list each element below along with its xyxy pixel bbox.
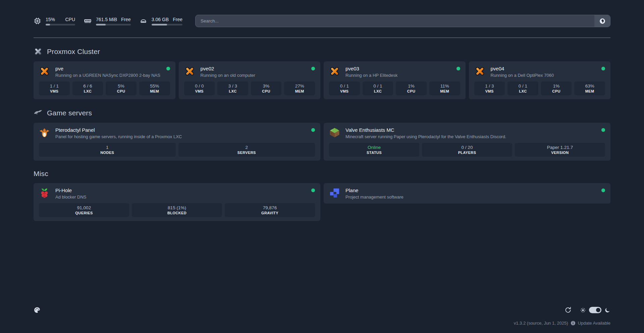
stat-box: 91,002 QUERIES bbox=[39, 203, 129, 217]
moon-icon bbox=[604, 307, 610, 313]
stat-label: CPU bbox=[117, 89, 125, 93]
search-engine-button[interactable] bbox=[594, 15, 610, 27]
stat-box: 1 / 3 VMS bbox=[474, 81, 505, 95]
stat-box: 0 / 1 LXC bbox=[363, 81, 393, 95]
service-card[interactable]: pve Running on a UGREEN NASync DXP2800 2… bbox=[34, 61, 175, 99]
service-card[interactable]: Pterodactyl Panel Panel for hosting game… bbox=[34, 123, 320, 161]
stat-box: 2 SERVERS bbox=[178, 143, 315, 157]
stat-value: 3% bbox=[263, 84, 270, 89]
stat-label: VMS bbox=[50, 89, 58, 93]
service-card[interactable]: pve03 Running on a HP Elitedesk 0 / 1 VM… bbox=[324, 61, 466, 99]
section-header: Proxmox Cluster bbox=[34, 47, 610, 56]
system-monitor: 761.5 MiB Free bbox=[84, 17, 131, 25]
stat-value: 55% bbox=[150, 84, 159, 89]
top-bar: 15% CPU 761.5 MiB Free 3.06 GB Free bbox=[34, 15, 610, 27]
refresh-button[interactable] bbox=[565, 307, 572, 314]
search-input[interactable] bbox=[196, 15, 594, 27]
dashboard-section: Game servers Pterodactyl Panel Panel for… bbox=[34, 108, 610, 161]
section-header: Game servers bbox=[34, 108, 610, 117]
stat-box: 6 / 6 LXC bbox=[72, 81, 103, 95]
search-bar bbox=[195, 15, 610, 27]
update-available-link[interactable]: Update Available bbox=[578, 321, 610, 326]
pterodactyl-icon bbox=[39, 127, 50, 138]
stat-label: MEM bbox=[150, 89, 159, 93]
card-description: Running on a UGREEN NASync DXP2800 2-bay… bbox=[55, 73, 160, 78]
theme-toggle[interactable] bbox=[589, 307, 601, 313]
stat-box: 3 / 3 LXC bbox=[217, 81, 248, 95]
proxmox-gray-icon bbox=[34, 47, 43, 56]
stat-value: 27% bbox=[295, 84, 304, 89]
stat-value: 1 bbox=[106, 145, 109, 150]
memory-icon bbox=[84, 17, 92, 25]
stat-label: CPU bbox=[552, 89, 560, 93]
version-text: v1.3.2 (source, Jun 1, 2025) bbox=[514, 321, 568, 326]
sun-icon bbox=[580, 307, 586, 313]
cpu-icon bbox=[34, 17, 41, 25]
section-title: Misc bbox=[34, 170, 48, 178]
stat-value: 0 / 1 bbox=[519, 84, 527, 89]
service-card[interactable]: Plane Project management software bbox=[324, 183, 610, 204]
card-title: Pi-Hole bbox=[55, 187, 86, 193]
stat-label: QUERIES bbox=[75, 211, 93, 215]
monitor-value: 761.5 MiB bbox=[96, 17, 117, 22]
card-stats: 1 / 1 VMS 6 / 6 LXC 5% CPU 55% MEM bbox=[39, 81, 170, 95]
card-title: Pterodactyl Panel bbox=[55, 127, 182, 133]
stat-label: PLAYERS bbox=[458, 151, 476, 155]
card-stats: 1 / 3 VMS 0 / 1 LXC 1% CPU 63% MEM bbox=[474, 81, 605, 95]
monitor-label: CPU bbox=[65, 17, 75, 22]
service-card[interactable]: Pi-Hole Ad blocker DNS 91,002 QUERIES 81… bbox=[34, 183, 320, 221]
stat-label: VMS bbox=[340, 89, 348, 93]
section-title: Game servers bbox=[47, 109, 92, 117]
card-description: Ad blocker DNS bbox=[55, 195, 86, 200]
stat-label: NODES bbox=[100, 151, 114, 155]
card-title: pve02 bbox=[201, 66, 255, 71]
stat-box: 5% CPU bbox=[106, 81, 137, 95]
card-title: pve03 bbox=[345, 66, 397, 71]
stat-label: MEM bbox=[440, 89, 449, 93]
proxmox-icon bbox=[474, 66, 485, 77]
stat-value: 6 / 6 bbox=[83, 84, 92, 89]
stat-value: 11% bbox=[440, 84, 449, 89]
card-title: Plane bbox=[345, 187, 404, 193]
status-dot bbox=[311, 67, 315, 70]
stat-value: 0 / 0 bbox=[195, 84, 204, 89]
stat-label: LXC bbox=[84, 89, 92, 93]
stat-box: 27% MEM bbox=[284, 81, 315, 95]
stat-box: Paper 1.21.7 VERSION bbox=[515, 143, 605, 157]
service-card[interactable]: pve04 Running on a Dell OptiPlex 7060 1 … bbox=[469, 61, 611, 99]
palette-icon bbox=[34, 307, 41, 314]
stat-box: 55% MEM bbox=[139, 81, 170, 95]
stat-box: 815 (1%) BLOCKED bbox=[132, 203, 222, 217]
stat-box: 1% CPU bbox=[541, 81, 572, 95]
card-grid: Pi-Hole Ad blocker DNS 91,002 QUERIES 81… bbox=[34, 183, 610, 221]
service-card[interactable]: Valve Enthusiasts MC Minecraft server ru… bbox=[324, 123, 610, 161]
monitor-progress-bar bbox=[46, 24, 75, 25]
card-grid: Pterodactyl Panel Panel for hosting game… bbox=[34, 123, 610, 161]
section-header: Misc bbox=[34, 170, 610, 178]
stat-label: VMS bbox=[195, 89, 204, 93]
stat-label: VMS bbox=[485, 89, 494, 93]
monitor-value: 15% bbox=[46, 17, 55, 22]
stat-value: 3 / 3 bbox=[228, 84, 237, 89]
stat-value: 815 (1%) bbox=[168, 205, 186, 210]
stat-label: LXC bbox=[229, 89, 236, 93]
card-description: Panel for hosting game servers, running … bbox=[55, 134, 182, 139]
monitor-progress-fill bbox=[96, 24, 106, 25]
stat-value: 63% bbox=[585, 84, 594, 89]
monitor-progress-bar bbox=[152, 24, 182, 25]
stat-value: 2 bbox=[245, 145, 248, 150]
refresh-icon bbox=[565, 307, 572, 314]
palette-button[interactable] bbox=[34, 307, 41, 314]
section-title: Proxmox Cluster bbox=[47, 48, 100, 56]
pterodactyl-gray-icon bbox=[34, 108, 43, 117]
card-stats: 1 NODES 2 SERVERS bbox=[39, 143, 315, 157]
stat-box: Online STATUS bbox=[329, 143, 419, 157]
stat-value: 91,002 bbox=[77, 205, 91, 210]
card-grid: pve Running on a UGREEN NASync DXP2800 2… bbox=[34, 61, 610, 99]
stat-label: CPU bbox=[262, 89, 270, 93]
stat-value: 79,876 bbox=[263, 205, 277, 210]
info-icon bbox=[571, 321, 576, 326]
card-title: Valve Enthusiasts MC bbox=[345, 127, 506, 133]
stat-box: 1 / 1 VMS bbox=[39, 81, 70, 95]
service-card[interactable]: pve02 Running on an old computer 0 / 0 V… bbox=[179, 61, 321, 99]
